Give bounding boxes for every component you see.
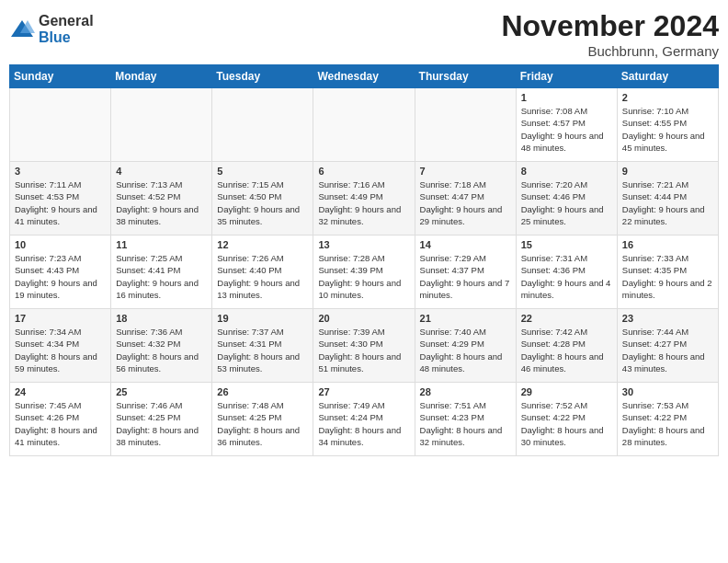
day-number: 1 — [521, 92, 612, 103]
day-info: Sunrise: 7:21 AM Sunset: 4:44 PM Dayligh… — [622, 178, 713, 227]
day-info: Sunrise: 7:15 AM Sunset: 4:50 PM Dayligh… — [217, 178, 308, 227]
calendar-cell: 16Sunrise: 7:33 AM Sunset: 4:35 PM Dayli… — [617, 236, 718, 309]
day-number: 11 — [116, 239, 207, 250]
calendar-cell: 19Sunrise: 7:37 AM Sunset: 4:31 PM Dayli… — [212, 309, 313, 383]
calendar-cell: 22Sunrise: 7:42 AM Sunset: 4:28 PM Dayli… — [516, 309, 617, 383]
week-row-1: 3Sunrise: 7:11 AM Sunset: 4:53 PM Daylig… — [10, 162, 719, 236]
day-info: Sunrise: 7:08 AM Sunset: 4:57 PM Dayligh… — [521, 105, 612, 154]
day-number: 26 — [217, 386, 308, 397]
calendar-cell: 15Sunrise: 7:31 AM Sunset: 4:36 PM Dayli… — [516, 236, 617, 309]
calendar-cell: 20Sunrise: 7:39 AM Sunset: 4:30 PM Dayli… — [313, 309, 415, 383]
day-number: 24 — [15, 386, 106, 397]
calendar-cell: 10Sunrise: 7:23 AM Sunset: 4:43 PM Dayli… — [10, 236, 111, 309]
day-info: Sunrise: 7:28 AM Sunset: 4:39 PM Dayligh… — [318, 252, 409, 301]
calendar-cell: 2Sunrise: 7:10 AM Sunset: 4:55 PM Daylig… — [617, 88, 718, 162]
day-number: 8 — [521, 166, 612, 177]
day-info: Sunrise: 7:44 AM Sunset: 4:27 PM Dayligh… — [622, 326, 713, 374]
header-row: SundayMondayTuesdayWednesdayThursdayFrid… — [10, 65, 719, 88]
day-info: Sunrise: 7:34 AM Sunset: 4:34 PM Dayligh… — [15, 326, 106, 374]
day-number: 27 — [318, 386, 409, 397]
calendar-cell: 11Sunrise: 7:25 AM Sunset: 4:41 PM Dayli… — [111, 236, 212, 309]
header-tuesday: Tuesday — [212, 65, 313, 88]
day-info: Sunrise: 7:37 AM Sunset: 4:31 PM Dayligh… — [217, 326, 308, 374]
day-info: Sunrise: 7:42 AM Sunset: 4:28 PM Dayligh… — [521, 326, 612, 374]
page-header: General Blue November 2024 Buchbrunn, Ge… — [9, 9, 719, 59]
day-number: 15 — [521, 239, 612, 250]
header-friday: Friday — [516, 65, 617, 88]
day-info: Sunrise: 7:18 AM Sunset: 4:47 PM Dayligh… — [420, 178, 511, 227]
day-number: 22 — [521, 313, 612, 324]
calendar-cell: 4Sunrise: 7:13 AM Sunset: 4:52 PM Daylig… — [111, 162, 212, 236]
day-info: Sunrise: 7:23 AM Sunset: 4:43 PM Dayligh… — [15, 252, 106, 301]
day-number: 14 — [420, 239, 511, 250]
day-number: 7 — [420, 166, 511, 177]
day-number: 9 — [622, 166, 713, 177]
calendar-cell: 26Sunrise: 7:48 AM Sunset: 4:25 PM Dayli… — [212, 383, 313, 456]
day-number: 2 — [622, 92, 713, 103]
day-number: 12 — [217, 239, 308, 250]
header-wednesday: Wednesday — [313, 65, 415, 88]
day-info: Sunrise: 7:36 AM Sunset: 4:32 PM Dayligh… — [116, 326, 207, 374]
calendar-cell: 18Sunrise: 7:36 AM Sunset: 4:32 PM Dayli… — [111, 309, 212, 383]
header-monday: Monday — [111, 65, 212, 88]
day-info: Sunrise: 7:25 AM Sunset: 4:41 PM Dayligh… — [116, 252, 207, 301]
day-info: Sunrise: 7:16 AM Sunset: 4:49 PM Dayligh… — [318, 178, 409, 227]
day-number: 17 — [15, 313, 106, 324]
calendar-cell — [111, 88, 212, 162]
day-number: 20 — [318, 313, 409, 324]
day-info: Sunrise: 7:31 AM Sunset: 4:36 PM Dayligh… — [521, 252, 612, 301]
day-number: 13 — [318, 239, 409, 250]
day-info: Sunrise: 7:20 AM Sunset: 4:46 PM Dayligh… — [521, 178, 612, 227]
day-number: 21 — [420, 313, 511, 324]
day-info: Sunrise: 7:48 AM Sunset: 4:25 PM Dayligh… — [217, 399, 308, 448]
day-info: Sunrise: 7:13 AM Sunset: 4:52 PM Dayligh… — [116, 178, 207, 227]
day-info: Sunrise: 7:46 AM Sunset: 4:25 PM Dayligh… — [116, 399, 207, 448]
week-row-3: 17Sunrise: 7:34 AM Sunset: 4:34 PM Dayli… — [10, 309, 719, 383]
calendar-cell: 5Sunrise: 7:15 AM Sunset: 4:50 PM Daylig… — [212, 162, 313, 236]
day-info: Sunrise: 7:52 AM Sunset: 4:22 PM Dayligh… — [521, 399, 612, 448]
day-number: 28 — [420, 386, 511, 397]
day-number: 18 — [116, 313, 207, 324]
calendar-cell: 7Sunrise: 7:18 AM Sunset: 4:47 PM Daylig… — [415, 162, 516, 236]
day-number: 10 — [15, 239, 106, 250]
calendar-cell: 24Sunrise: 7:45 AM Sunset: 4:26 PM Dayli… — [10, 383, 111, 456]
calendar-cell: 12Sunrise: 7:26 AM Sunset: 4:40 PM Dayli… — [212, 236, 313, 309]
day-info: Sunrise: 7:40 AM Sunset: 4:29 PM Dayligh… — [420, 326, 511, 374]
day-info: Sunrise: 7:51 AM Sunset: 4:23 PM Dayligh… — [420, 399, 511, 448]
calendar-cell: 1Sunrise: 7:08 AM Sunset: 4:57 PM Daylig… — [516, 88, 617, 162]
calendar-cell: 25Sunrise: 7:46 AM Sunset: 4:25 PM Dayli… — [111, 383, 212, 456]
day-info: Sunrise: 7:33 AM Sunset: 4:35 PM Dayligh… — [622, 252, 713, 301]
calendar-cell: 28Sunrise: 7:51 AM Sunset: 4:23 PM Dayli… — [415, 383, 516, 456]
logo: General Blue — [9, 13, 94, 45]
day-info: Sunrise: 7:29 AM Sunset: 4:37 PM Dayligh… — [420, 252, 511, 301]
calendar-cell: 30Sunrise: 7:53 AM Sunset: 4:22 PM Dayli… — [617, 383, 718, 456]
calendar-cell: 29Sunrise: 7:52 AM Sunset: 4:22 PM Dayli… — [516, 383, 617, 456]
day-info: Sunrise: 7:10 AM Sunset: 4:55 PM Dayligh… — [622, 105, 713, 154]
day-number: 25 — [116, 386, 207, 397]
day-number: 19 — [217, 313, 308, 324]
location: Buchbrunn, Germany — [501, 43, 719, 59]
calendar-cell: 21Sunrise: 7:40 AM Sunset: 4:29 PM Dayli… — [415, 309, 516, 383]
header-saturday: Saturday — [617, 65, 718, 88]
calendar-cell: 27Sunrise: 7:49 AM Sunset: 4:24 PM Dayli… — [313, 383, 415, 456]
day-number: 23 — [622, 313, 713, 324]
calendar-cell: 17Sunrise: 7:34 AM Sunset: 4:34 PM Dayli… — [10, 309, 111, 383]
month-title: November 2024 — [501, 9, 719, 43]
calendar-cell: 13Sunrise: 7:28 AM Sunset: 4:39 PM Dayli… — [313, 236, 415, 309]
calendar-cell: 23Sunrise: 7:44 AM Sunset: 4:27 PM Dayli… — [617, 309, 718, 383]
header-thursday: Thursday — [415, 65, 516, 88]
calendar-body: 1Sunrise: 7:08 AM Sunset: 4:57 PM Daylig… — [10, 88, 719, 456]
day-info: Sunrise: 7:45 AM Sunset: 4:26 PM Dayligh… — [15, 399, 106, 448]
day-number: 16 — [622, 239, 713, 250]
calendar-header: SundayMondayTuesdayWednesdayThursdayFrid… — [10, 65, 719, 88]
week-row-4: 24Sunrise: 7:45 AM Sunset: 4:26 PM Dayli… — [10, 383, 719, 456]
title-block: November 2024 Buchbrunn, Germany — [501, 9, 719, 59]
day-info: Sunrise: 7:53 AM Sunset: 4:22 PM Dayligh… — [622, 399, 713, 448]
calendar-cell — [212, 88, 313, 162]
week-row-2: 10Sunrise: 7:23 AM Sunset: 4:43 PM Dayli… — [10, 236, 719, 309]
calendar-cell: 9Sunrise: 7:21 AM Sunset: 4:44 PM Daylig… — [617, 162, 718, 236]
logo-icon — [9, 17, 35, 42]
day-number: 4 — [116, 166, 207, 177]
header-sunday: Sunday — [10, 65, 111, 88]
day-number: 6 — [318, 166, 409, 177]
